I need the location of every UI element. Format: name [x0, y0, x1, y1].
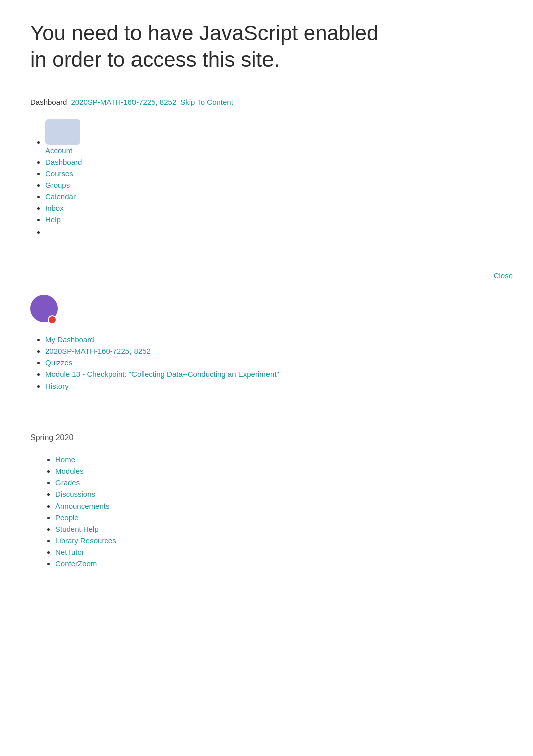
nav-account-link[interactable]: Account — [45, 146, 72, 155]
module-link[interactable]: Module 13 - Checkpoint: "Collecting Data… — [45, 370, 279, 379]
global-nav: Account Dashboard Courses Groups Calenda… — [0, 111, 533, 244]
list-item: ConferZoom — [55, 559, 503, 568]
nav-groups-link[interactable]: Groups — [45, 181, 70, 189]
page-main-heading: You need to have JavaScript enabled in o… — [0, 0, 427, 83]
list-item: Grades — [55, 478, 503, 487]
list-item: NetTutor — [55, 548, 503, 556]
my-dashboard-link[interactable]: My Dashboard — [45, 335, 94, 344]
list-item: Quizzes — [45, 358, 503, 367]
list-item: Inbox — [45, 204, 503, 212]
breadcrumb: Dashboard 2020SP-MATH-160-7225, 8252 Ski… — [0, 83, 533, 111]
breadcrumb-prefix: Dashboard — [30, 98, 67, 106]
announcements-link[interactable]: Announcements — [55, 501, 109, 510]
user-breadcrumb-nav: My Dashboard 2020SP-MATH-160-7225, 8252 … — [0, 327, 533, 398]
conferzoom-link[interactable]: ConferZoom — [55, 559, 97, 568]
list-item: Modules — [55, 467, 503, 475]
nav-courses-link[interactable]: Courses — [45, 169, 73, 178]
skip-to-content-link[interactable]: Skip To Content — [180, 98, 233, 106]
modules-link[interactable]: Modules — [55, 467, 84, 475]
student-help-link[interactable]: Student Help — [55, 525, 99, 533]
nav-dashboard-link[interactable]: Dashboard — [45, 158, 82, 166]
course-section-label: Spring 2020 — [0, 418, 533, 447]
list-item: Library Resources — [55, 536, 503, 545]
empty-item — [45, 227, 53, 235]
list-item: Courses — [45, 169, 503, 178]
list-item: Dashboard — [45, 158, 503, 166]
breadcrumb-course-link[interactable]: 2020SP-MATH-160-7225, 8252 — [71, 98, 176, 106]
list-item: Help — [45, 215, 503, 224]
list-item: Calendar — [45, 192, 503, 201]
user-breadcrumb-list: My Dashboard 2020SP-MATH-160-7225, 8252 … — [30, 335, 503, 390]
global-nav-list: Account Dashboard Courses Groups Calenda… — [30, 119, 503, 236]
list-item: Discussions — [55, 490, 503, 498]
history-link[interactable]: History — [45, 382, 69, 390]
grades-link[interactable]: Grades — [55, 478, 80, 487]
list-item: Student Help — [55, 525, 503, 533]
avatar — [30, 295, 58, 322]
list-item: Account — [45, 119, 503, 155]
list-item-empty — [45, 227, 503, 236]
list-item: My Dashboard — [45, 335, 503, 344]
nav-inbox-link[interactable]: Inbox — [45, 204, 64, 212]
course-link[interactable]: 2020SP-MATH-160-7225, 8252 — [45, 347, 151, 355]
list-item: Groups — [45, 181, 503, 189]
library-resources-link[interactable]: Library Resources — [55, 536, 116, 545]
user-section — [0, 285, 533, 327]
close-link[interactable]: Close — [494, 271, 513, 280]
discussions-link[interactable]: Discussions — [55, 490, 95, 498]
list-item: People — [55, 513, 503, 522]
list-item: 2020SP-MATH-160-7225, 8252 — [45, 347, 503, 355]
nav-calendar-link[interactable]: Calendar — [45, 192, 76, 201]
list-item: Home — [55, 455, 503, 464]
list-item: Announcements — [55, 501, 503, 510]
list-item: History — [45, 382, 503, 390]
course-nav: Home Modules Grades Discussions Announce… — [0, 447, 533, 576]
people-link[interactable]: People — [55, 513, 79, 522]
avatar — [45, 119, 80, 145]
nav-help-link[interactable]: Help — [45, 215, 61, 224]
home-link[interactable]: Home — [55, 455, 75, 464]
nettutor-link[interactable]: NetTutor — [55, 548, 84, 556]
course-nav-list: Home Modules Grades Discussions Announce… — [30, 455, 503, 568]
quizzes-link[interactable]: Quizzes — [45, 358, 72, 367]
list-item: Module 13 - Checkpoint: "Collecting Data… — [45, 370, 503, 379]
